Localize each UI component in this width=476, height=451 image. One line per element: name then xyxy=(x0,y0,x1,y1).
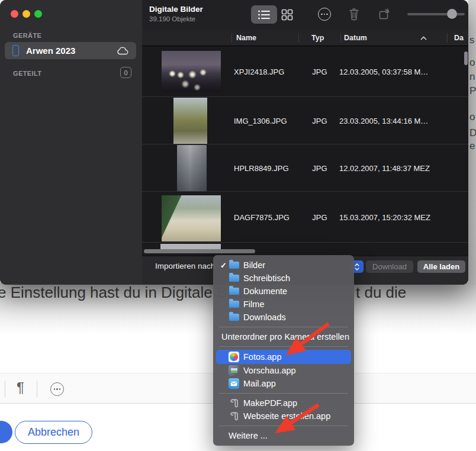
menu-item-label: Bilder xyxy=(243,260,265,270)
menu-item-label: Fotos.app xyxy=(243,352,282,362)
trash-icon[interactable] xyxy=(348,7,360,21)
menu-item-label: Weitere ... xyxy=(229,431,268,440)
sidebar: GERÄTE Arwen 2023 GETEILT 0 xyxy=(0,0,142,285)
file-list: XPJI2418.JPG JPG 12.03.2005, 03:37:58 M…… xyxy=(142,46,468,256)
column-divider xyxy=(340,33,341,43)
main-pane: Digitale Bilder 39.190 Objekte xyxy=(142,0,468,285)
vertical-scrollbar[interactable] xyxy=(464,51,468,65)
menu-item-unterordner[interactable]: Unterordner pro Kamera erstellen xyxy=(213,330,354,343)
cancel-button[interactable]: Abbrechen xyxy=(15,421,92,444)
file-name: IMG_1306.JPG xyxy=(234,116,287,125)
file-type: JPG xyxy=(308,116,332,125)
menu-item-makepdf-app[interactable]: MakePDF.app xyxy=(213,397,354,410)
shared-section-label: GETEILT xyxy=(13,70,41,77)
menu-item-vorschau-app[interactable]: Vorschau.app xyxy=(213,364,354,377)
screenshot-root: e Einstellung hast du in Digitale Bilder… xyxy=(0,0,476,451)
menu-item-downloads[interactable]: Downloads xyxy=(213,311,354,324)
menu-item-label: Vorschau.app xyxy=(243,366,296,375)
edge-fragment: P xyxy=(469,85,476,97)
menu-item-dokumente[interactable]: Dokumente xyxy=(213,285,354,298)
menu-separator xyxy=(219,426,348,426)
edge-fragment: o xyxy=(469,111,475,123)
file-date: 12.02.2007, 11:48:37 MEZ xyxy=(339,163,430,172)
menu-item-label: Dokumente xyxy=(243,286,287,296)
folder-icon xyxy=(229,260,239,270)
image-capture-window: GERÄTE Arwen 2023 GETEILT 0 Digitale Bil… xyxy=(0,0,468,285)
file-name: DAGF7875.JPG xyxy=(234,212,290,221)
shared-count-badge: 0 xyxy=(120,67,131,78)
import-destination-menu: ✓ Bilder Schreibtisch Dokumente Filme Do… xyxy=(213,255,354,446)
grid-view-icon xyxy=(281,9,293,21)
close-window-button[interactable] xyxy=(11,10,18,18)
menu-item-fotos-app[interactable]: Fotos.app xyxy=(216,350,351,364)
pilcrow-icon[interactable]: ¶ xyxy=(17,379,24,396)
column-header-name[interactable]: Name xyxy=(236,34,256,42)
file-type: JPG xyxy=(308,163,332,172)
folder-icon xyxy=(229,273,239,284)
table-row[interactable]: IMG_1306.JPG JPG 23.03.2005, 13:44:16 M… xyxy=(142,97,468,144)
script-icon xyxy=(229,398,239,408)
load-all-button[interactable]: Alle laden xyxy=(417,260,465,273)
menu-item-label: MakePDF.app xyxy=(243,398,297,408)
object-count: 39.190 Objekte xyxy=(149,15,195,22)
menu-item-label: Schreibtisch xyxy=(243,273,290,283)
photo-thumbnail-night-canal xyxy=(162,51,221,92)
slider-knob[interactable] xyxy=(447,9,457,19)
menu-separator xyxy=(219,393,348,394)
edge-fragment: n xyxy=(469,71,475,83)
clipped-background-text-strip: s o n P o D e xyxy=(468,0,476,285)
photo-thumbnail-aerial-city xyxy=(177,145,207,191)
device-name: Arwen 2023 xyxy=(26,46,75,56)
grid-view-button[interactable] xyxy=(281,8,294,21)
file-date: 12.03.2005, 03:37:58 M… xyxy=(339,67,428,76)
file-date: 15.03.2007, 15:20:32 MEZ xyxy=(339,212,430,221)
column-divider xyxy=(231,33,232,43)
menu-item-label: Filme xyxy=(243,299,264,309)
column-header-type[interactable]: Typ xyxy=(311,34,324,42)
menu-item-weitere[interactable]: Weitere ... xyxy=(213,429,354,442)
photo-thumbnail-mountain-valley xyxy=(162,195,221,241)
edge-fragment: e xyxy=(469,140,475,152)
table-header: Name Typ Datum Da xyxy=(142,30,468,46)
column-header-truncated[interactable]: Da xyxy=(454,34,464,42)
table-row[interactable]: XPJI2418.JPG JPG 12.03.2005, 03:37:58 M… xyxy=(142,46,468,97)
window-title: Digitale Bilder xyxy=(149,5,203,14)
menu-item-bilder[interactable]: ✓ Bilder xyxy=(213,259,354,272)
photo-thumbnail-tree xyxy=(173,98,207,144)
column-divider xyxy=(298,33,299,43)
preview-app-icon xyxy=(229,365,239,376)
blue-action-button[interactable] xyxy=(0,421,12,443)
menu-item-mail-app[interactable]: Mail.app xyxy=(213,377,354,390)
edge-fragment: s xyxy=(469,34,475,46)
minimize-window-button[interactable] xyxy=(22,10,30,18)
sidebar-item-device[interactable]: Arwen 2023 xyxy=(5,42,136,59)
folder-icon xyxy=(229,299,239,310)
menu-item-label: Downloads xyxy=(243,313,286,322)
menu-item-label: Mail.app xyxy=(243,379,276,388)
more-actions-button[interactable] xyxy=(318,8,331,21)
checkmark-icon: ✓ xyxy=(220,261,229,270)
rotate-icon[interactable] xyxy=(378,7,391,21)
script-icon xyxy=(229,411,239,421)
file-type: JPG xyxy=(308,67,332,76)
table-row[interactable]: HPLR8849.JPG JPG 12.02.2007, 11:48:37 ME… xyxy=(142,144,468,192)
more-options-icon[interactable] xyxy=(50,382,64,396)
list-view-button[interactable] xyxy=(251,5,277,24)
download-button[interactable]: Download xyxy=(366,260,413,273)
cloud-icon xyxy=(116,47,129,55)
file-date: 23.03.2005, 13:44:16 M… xyxy=(339,116,428,125)
horizontal-scrollbar[interactable] xyxy=(144,249,255,253)
file-name: XPJI2418.JPG xyxy=(234,67,284,76)
menu-item-webseite-erstellen-app[interactable]: Webseite erstellen.app xyxy=(213,410,354,423)
menu-item-filme[interactable]: Filme xyxy=(213,298,354,311)
zoom-window-button[interactable] xyxy=(34,10,42,18)
edge-fragment: D xyxy=(469,127,476,139)
column-header-date[interactable]: Datum xyxy=(344,34,367,42)
list-view-icon xyxy=(258,9,271,20)
photos-app-icon xyxy=(229,352,239,362)
table-row[interactable]: DAGF7875.JPG JPG 15.03.2007, 15:20:32 ME… xyxy=(142,192,468,243)
column-divider xyxy=(447,33,448,43)
menu-item-label: Unterordner pro Kamera erstellen xyxy=(221,332,349,342)
background-text-right: t du die xyxy=(356,284,406,302)
menu-item-schreibtisch[interactable]: Schreibtisch xyxy=(213,272,354,285)
